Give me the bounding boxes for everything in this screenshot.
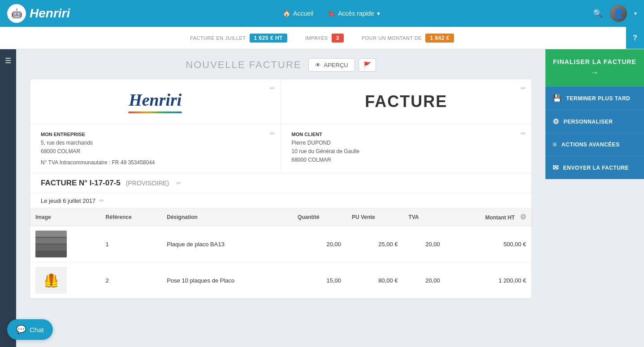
logo-edit-icon[interactable]: ✏ [270, 85, 275, 92]
topnav-links: 🏠 Accueil 🔖 Accès rapide ▾ [70, 10, 593, 17]
send-icon: ✉ [553, 163, 559, 172]
logo[interactable]: 🤖 Henriri [7, 4, 70, 23]
facture-juillet: FACTURÉ EN JUILLET 1 625 € HT [190, 34, 287, 43]
help-icon: ? [633, 34, 637, 42]
envoyer-label: ENVOYER LA FACTURE [563, 165, 629, 171]
col-designation: Désignation [161, 208, 292, 226]
topnav-right: 🔍 👤 ▾ [593, 5, 637, 22]
row1-montant-ht: 500,00 € [445, 226, 532, 262]
row2-tva: 20,00 [403, 262, 445, 299]
table-row: 1 Plaque de placo BA13 20,00 25,00 € 20,… [30, 226, 532, 262]
chat-icon: 💬 [16, 325, 26, 334]
client-city: 68000 COLMAR [292, 157, 331, 163]
title-edit-icon[interactable]: ✏ [521, 85, 526, 92]
invoice-date-row: Le jeudi 6 juillet 2017 ✏ [30, 193, 532, 208]
date-edit-icon[interactable]: ✏ [99, 197, 104, 204]
terminer-plus-tard-button[interactable]: 💾 TERMINER PLUS TARD [545, 86, 644, 110]
nav-acces-rapide[interactable]: 🔖 Accès rapide ▾ [328, 10, 380, 17]
envoyer-facture-button[interactable]: ✉ ENVOYER LA FACTURE [545, 156, 644, 179]
table-settings-icon[interactable]: ⚙ [520, 213, 526, 221]
row1-pu-vente: 25,00 € [346, 226, 403, 262]
logo-icon: 🤖 [7, 4, 26, 23]
product-image-placo [35, 231, 67, 257]
invoice-addresses: ✏ MON ENTREPRISE 5, rue des marchands 68… [30, 124, 532, 173]
finaliser-label: FINALISER LA FACTURE [553, 58, 636, 65]
finaliser-button[interactable]: FINALISER LA FACTURE → [545, 49, 644, 86]
product-image-cell [30, 226, 100, 262]
actions-avancees-label: ACTIONS AVANCÉES [562, 141, 620, 148]
col-tva: TVA [403, 208, 445, 226]
invoice-card: ✏ Henriri ✏ FACTURE ✏ MON ENTREPRISE [30, 79, 532, 299]
company-address-text: 5, rue des marchands 68000 COLMAR [41, 139, 270, 156]
row1-quantite: 20,00 [292, 226, 346, 262]
company-edit-icon[interactable]: ✏ [270, 130, 275, 137]
personnaliser-button[interactable]: ⚙ PERSONNALISER [545, 110, 644, 133]
table-header-row: Image Référence Désignation Quantité PU [30, 208, 532, 226]
client-edit-icon[interactable]: ✏ [521, 130, 526, 137]
invoice-title-section: ✏ FACTURE [281, 79, 532, 124]
facture-juillet-value: 1 625 € HT [250, 34, 287, 43]
invoice-logo-section: ✏ Henriri [30, 79, 281, 124]
nav-acces-rapide-label: Accès rapide [338, 10, 374, 17]
impayes-label: IMPAYÉS [305, 35, 328, 41]
save-icon: 💾 [553, 94, 562, 103]
number-edit-icon[interactable]: ✏ [176, 180, 182, 187]
row1-designation: Plaque de placo BA13 [161, 226, 292, 262]
client-name: Pierre DUPOND [292, 140, 331, 146]
impayes-count: 3 [332, 34, 344, 43]
logo-text: Henriri [30, 6, 70, 21]
nav-accueil[interactable]: 🏠 Accueil [283, 10, 313, 17]
montant: POUR UN MONTANT DE 1 842 € [362, 34, 454, 43]
chat-label: Chat [30, 326, 44, 334]
flag-icon: 🚩 [363, 61, 371, 69]
row2-montant-ht: 1 200,00 € [445, 262, 532, 299]
help-button[interactable]: ? [626, 27, 644, 49]
actions-avancees-button[interactable]: ≡ ACTIONS AVANCÉES [545, 133, 644, 156]
user-menu-chevron[interactable]: ▾ [634, 10, 637, 17]
invoice-date: Le jeudi 6 juillet 2017 [41, 197, 95, 204]
terminer-label: TERMINER PLUS TARD [566, 95, 631, 102]
product-image-worker: 🦺 [35, 267, 67, 294]
invoice-status: (PROVISOIRE) [126, 180, 169, 187]
bookmark-button[interactable]: 🚩 [359, 58, 376, 72]
row1-reference: 1 [100, 226, 162, 262]
row2-pu-vente: 80,00 € [346, 262, 403, 299]
invoice-header-row: ✏ Henriri ✏ FACTURE [30, 79, 532, 124]
apercu-button[interactable]: 👁 APERÇU [308, 58, 354, 72]
henriri-logo: Henriri [41, 90, 270, 113]
impayes: IMPAYÉS 3 [305, 34, 344, 43]
client-street: 10 rue du Général de Gaulle [292, 148, 359, 154]
company-street: 5, rue des marchands [41, 140, 93, 146]
info-bar: FACTURÉ EN JUILLET 1 625 € HT IMPAYÉS 3 … [0, 27, 644, 49]
product-image-cell: 🦺 [30, 262, 100, 299]
page-title: NOUVELLE FACTURE [186, 59, 301, 71]
client-address: ✏ MON CLIENT Pierre DUPOND 10 rue du Gén… [281, 124, 532, 173]
col-montant-ht: Montant HT ⚙ [445, 208, 532, 226]
search-icon[interactable]: 🔍 [593, 9, 603, 18]
chat-bubble[interactable]: 💬 Chat [7, 319, 53, 340]
avatar-image: 👤 [610, 5, 627, 22]
col-reference: Référence [100, 208, 162, 226]
client-address-text: Pierre DUPOND 10 rue du Général de Gaull… [292, 139, 521, 165]
montant-value: 1 842 € [425, 34, 454, 43]
hamburger-icon[interactable]: ☰ [1, 53, 15, 69]
avatar[interactable]: 👤 [610, 5, 627, 22]
settings-icon: ⚙ [553, 117, 559, 126]
col-image: Image [30, 208, 100, 226]
apercu-label: APERÇU [324, 62, 348, 69]
facture-juillet-label: FACTURÉ EN JUILLET [190, 35, 246, 41]
col-pu-vente: PU Vente [346, 208, 403, 226]
company-tva: N° TVA Intracommunautaire : FR 49 353458… [41, 159, 270, 166]
row2-designation: Pose 10 plaques de Placo [161, 262, 292, 299]
content-area: NOUVELLE FACTURE 👁 APERÇU 🚩 ✏ Henriri [16, 49, 545, 347]
finaliser-arrow: → [591, 68, 599, 77]
logo-underline [128, 111, 182, 113]
company-city: 68000 COLMAR [41, 148, 80, 154]
invoice-big-title: FACTURE [365, 92, 447, 111]
right-sidebar: FINALISER LA FACTURE → 💾 TERMINER PLUS T… [545, 49, 644, 347]
client-label: MON CLIENT [292, 132, 521, 137]
eye-icon: 👁 [315, 62, 321, 69]
page-header: NOUVELLE FACTURE 👁 APERÇU 🚩 [30, 58, 532, 72]
row2-reference: 2 [100, 262, 162, 299]
main-layout: ☰ NOUVELLE FACTURE 👁 APERÇU 🚩 ✏ [0, 49, 644, 347]
